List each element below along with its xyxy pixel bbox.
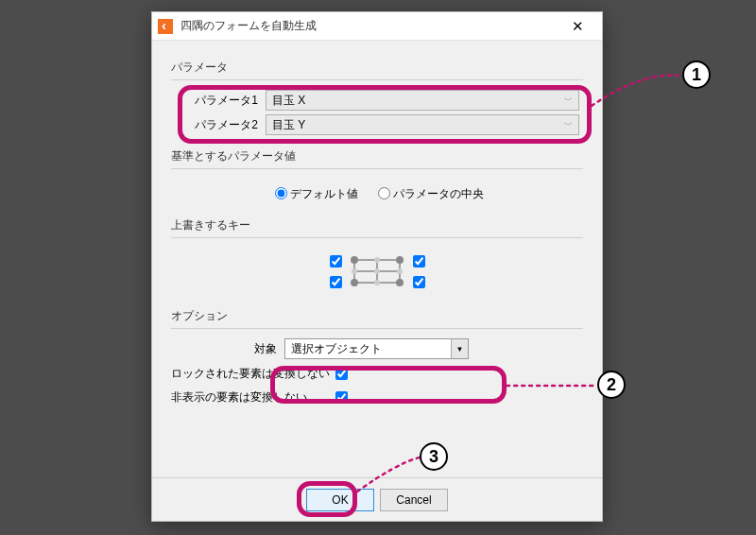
param1-select[interactable]: 目玉 X ﹀ — [266, 90, 579, 111]
target-row: 対象 選択オブジェクト ▼ — [171, 338, 583, 359]
key-bottom-right[interactable] — [413, 276, 425, 288]
close-button[interactable]: ✕ — [558, 12, 596, 40]
hidden-label: 非表示の要素は変換しない — [171, 389, 332, 406]
svg-point-10 — [374, 268, 380, 274]
chevron-down-icon: ﹀ — [564, 95, 573, 107]
key-top-right[interactable] — [413, 255, 425, 268]
chevron-down-icon: ﹀ — [564, 119, 573, 131]
radio-default-input[interactable] — [275, 187, 287, 199]
key-bottom-left[interactable] — [330, 276, 342, 288]
titlebar: 四隅のフォームを自動生成 ✕ — [152, 12, 602, 41]
key-top-left[interactable] — [330, 255, 342, 268]
target-combo[interactable]: 選択オブジェクト ▼ — [284, 338, 469, 359]
radio-default[interactable]: デフォルト値 — [270, 187, 358, 200]
group-options-label: オプション — [171, 308, 583, 324]
key-dots-icon — [349, 252, 405, 290]
overwrite-grid — [171, 248, 583, 302]
svg-point-13 — [374, 280, 380, 285]
annotation-1: 1 — [682, 60, 711, 89]
param2-value: 目玉 Y — [272, 117, 305, 133]
chevron-down-icon: ▼ — [451, 339, 468, 358]
ok-button[interactable]: OK — [306, 489, 374, 511]
param2-select[interactable]: 目玉 Y ﹀ — [266, 114, 579, 135]
divider — [171, 237, 583, 238]
lock-row: ロックされた要素は変換しない — [171, 365, 583, 383]
param1-value: 目玉 X — [272, 93, 305, 109]
divider — [171, 168, 583, 169]
baseline-radios: デフォルト値 パラメータの中央 — [171, 179, 583, 212]
param2-row: パラメータ2 目玉 Y ﹀ — [190, 114, 579, 135]
window-title: 四隅のフォームを自動生成 — [180, 18, 558, 34]
radio-center[interactable]: パラメータの中央 — [373, 187, 484, 200]
param1-row: パラメータ1 目玉 X ﹀ — [190, 90, 579, 111]
lock-label: ロックされた要素は変換しない — [171, 366, 332, 382]
app-icon — [158, 19, 173, 34]
lock-checkbox[interactable] — [335, 368, 348, 380]
svg-point-8 — [396, 256, 404, 264]
cancel-button[interactable]: Cancel — [380, 489, 448, 511]
svg-point-14 — [396, 279, 404, 286]
svg-point-11 — [397, 268, 403, 274]
divider — [171, 79, 583, 80]
dialog-content: パラメータ パラメータ1 目玉 X ﹀ パラメータ2 目玉 Y ﹀ 基準とするパ… — [152, 41, 602, 477]
target-value: 選択オブジェクト — [291, 341, 382, 357]
group-parameters-label: パラメータ — [171, 60, 583, 76]
hidden-checkbox[interactable] — [335, 391, 348, 404]
svg-point-6 — [351, 256, 358, 264]
group-overwrite-label: 上書きするキー — [171, 217, 583, 233]
svg-point-12 — [351, 279, 358, 286]
radio-center-input[interactable] — [378, 187, 390, 199]
group-baseline-label: 基準とするパラメータ値 — [171, 148, 583, 164]
param2-label: パラメータ2 — [190, 117, 266, 133]
dialog-auto-generate-four-corners: 四隅のフォームを自動生成 ✕ パラメータ パラメータ1 目玉 X ﹀ パラメータ… — [151, 11, 603, 522]
target-label: 対象 — [254, 341, 277, 357]
dialog-footer: OK Cancel — [152, 477, 602, 521]
divider — [171, 328, 583, 329]
svg-point-7 — [374, 257, 380, 263]
hidden-row: 非表示の要素は変換しない — [171, 388, 583, 406]
param1-label: パラメータ1 — [190, 93, 266, 109]
svg-point-9 — [352, 268, 357, 274]
